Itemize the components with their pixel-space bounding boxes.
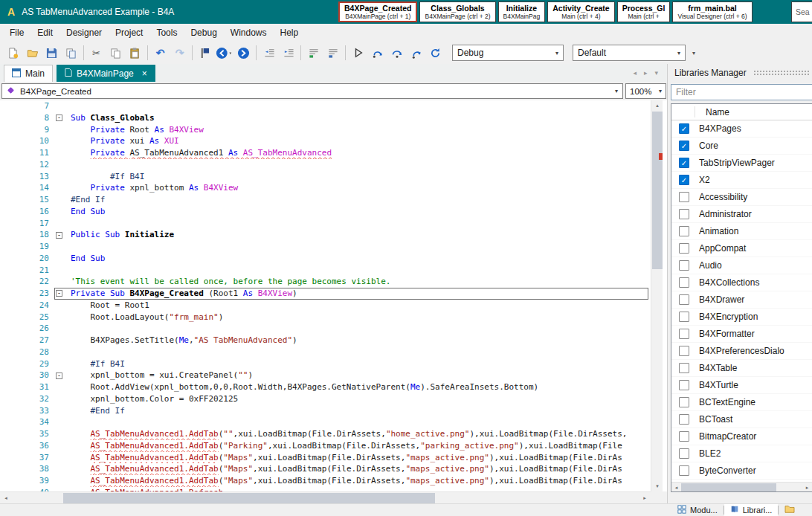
scroll-down-icon[interactable]: ▾ — [651, 481, 663, 491]
library-checkbox[interactable] — [679, 243, 689, 254]
library-row[interactable]: BCTextEngine — [671, 394, 812, 411]
library-checkbox[interactable] — [679, 294, 689, 305]
step-into-icon[interactable] — [368, 44, 387, 62]
library-row[interactable]: B4XCollections — [671, 274, 812, 291]
library-checkbox[interactable] — [679, 226, 689, 236]
undo-icon[interactable]: ↶ — [151, 44, 170, 62]
library-horizontal-scrollbar[interactable]: ◂ ▸ — [671, 482, 812, 491]
horizontal-scroll-thumb[interactable] — [63, 493, 435, 503]
library-row[interactable]: Animation — [671, 223, 812, 240]
library-row[interactable]: B4XPreferencesDialo — [671, 343, 812, 360]
menu-file[interactable]: File — [3, 25, 30, 41]
editor-horizontal-scrollbar[interactable]: ◂ ▸ — [0, 491, 651, 503]
library-checkbox[interactable] — [679, 363, 689, 373]
code-editor[interactable]: 78-Sub Class_Globals9 Private Root As B4… — [0, 100, 667, 491]
library-row[interactable]: BitmapCreator — [671, 428, 812, 445]
library-checkbox[interactable] — [679, 329, 689, 339]
panel-drag-grip[interactable] — [753, 70, 811, 77]
library-row[interactable]: ByteConverter — [671, 462, 812, 480]
error-marker[interactable] — [659, 153, 663, 160]
scroll-left-icon[interactable]: ◂ — [671, 483, 681, 492]
cut-icon[interactable]: ✂ — [87, 44, 106, 62]
code-line[interactable]: 39 AS_TabMenuAdvanced1.AddTab("Maps",xui… — [0, 475, 651, 487]
code-line[interactable]: 23-Private Sub B4XPage_Created (Root1 As… — [0, 288, 651, 300]
code-line[interactable]: 9 Private Root As B4XView — [0, 124, 651, 136]
menu-debug[interactable]: Debug — [184, 25, 223, 41]
scroll-left-icon[interactable]: ◂ — [0, 493, 12, 503]
code-line[interactable]: 29 #If B4I — [0, 358, 651, 370]
library-checkbox[interactable] — [679, 192, 689, 202]
code-line[interactable]: 31 Root.AddView(xpnl_bottom,0,0,Root.Wid… — [0, 381, 651, 393]
close-tab-icon[interactable]: × — [142, 69, 147, 78]
library-checkbox[interactable] — [679, 414, 689, 425]
library-row[interactable]: Administrator — [671, 206, 812, 223]
code-line[interactable]: 36 AS_TabMenuAdvanced1.AddTab("Parking",… — [0, 440, 651, 452]
navigate-back-icon[interactable] — [215, 44, 233, 62]
column-header-name[interactable]: Name — [671, 104, 812, 120]
library-checkbox[interactable] — [679, 277, 689, 288]
fold-marker[interactable]: - — [54, 112, 65, 124]
code-line[interactable]: 22'This event will be called once, befor… — [0, 276, 651, 288]
code-line[interactable]: 13 #If B4I — [0, 171, 651, 183]
zoom-dropdown[interactable]: 100% ▾ — [625, 83, 666, 99]
library-row[interactable]: B4XEncryption — [671, 309, 812, 326]
fold-marker[interactable]: - — [54, 370, 65, 381]
uncomment-icon[interactable] — [323, 44, 342, 62]
paste-icon[interactable] — [126, 44, 144, 62]
quick-tab-activity_create[interactable]: Activity_CreateMain (ctrl + 4) — [547, 1, 614, 22]
library-row[interactable]: B4XDrawer — [671, 291, 812, 309]
library-row[interactable]: AppCompat — [671, 240, 812, 257]
quick-tab-process_gl[interactable]: Process_GlMain (ctrl + — [617, 1, 671, 22]
bookmark-icon[interactable] — [196, 44, 214, 62]
code-line[interactable]: 20End Sub — [0, 253, 651, 265]
menu-edit[interactable]: Edit — [30, 25, 59, 41]
menu-designer[interactable]: Designer — [59, 25, 109, 41]
menu-help[interactable]: Help — [274, 25, 306, 41]
code-line[interactable]: 14 Private xpnl_bottom As B4XView — [0, 182, 651, 194]
tab-modules[interactable]: Modu... — [671, 504, 724, 516]
fold-marker[interactable]: - — [54, 288, 65, 300]
open-project-icon[interactable] — [23, 44, 42, 62]
code-line[interactable]: 10 Private xui As XUI — [0, 135, 651, 147]
quick-search-box[interactable]: Sea — [791, 1, 812, 22]
menu-tools[interactable]: Tools — [149, 25, 184, 41]
code-line[interactable]: 8-Sub Class_Globals — [0, 112, 651, 124]
library-row[interactable]: ✓X2 — [671, 172, 812, 189]
tab-files[interactable] — [779, 504, 801, 516]
library-row[interactable]: ✓TabStripViewPager — [671, 155, 812, 172]
code-line[interactable]: 18-Public Sub Initialize — [0, 229, 651, 241]
code-line[interactable]: 25 Root.LoadLayout("frm_main") — [0, 312, 651, 323]
library-row[interactable]: BLE2 — [671, 445, 812, 462]
menu-project[interactable]: Project — [109, 25, 149, 41]
scroll-tabs-right-icon[interactable]: ▸ — [644, 69, 648, 77]
editor-vertical-scrollbar[interactable]: ▴ ▾ — [651, 100, 663, 491]
scroll-tabs-left-icon[interactable]: ◂ — [633, 69, 637, 77]
scroll-up-icon[interactable]: ▴ — [651, 100, 663, 111]
outdent-icon[interactable] — [260, 44, 278, 62]
library-checkbox[interactable]: ✓ — [679, 158, 689, 168]
tab-b4xmainpage[interactable]: B4XMainPage × — [57, 65, 155, 82]
library-row[interactable]: Audio — [671, 257, 812, 274]
code-line[interactable]: 15#End If — [0, 194, 651, 206]
library-row[interactable]: BCToast — [671, 411, 812, 428]
code-line[interactable]: 28 — [0, 346, 651, 358]
library-checkbox[interactable] — [679, 260, 689, 271]
fold-marker[interactable]: - — [54, 229, 65, 241]
library-checkbox[interactable] — [679, 209, 689, 219]
build-config-dropdown[interactable]: Default ▾ — [573, 45, 686, 61]
code-line[interactable]: 19 — [0, 241, 651, 253]
library-row[interactable]: B4XTurtle — [671, 377, 812, 394]
code-line[interactable]: 38 AS_TabMenuAdvanced1.AddTab("Maps",xui… — [0, 463, 651, 475]
code-line[interactable]: 35 AS_TabMenuAdvanced1.AddTab("",xui.Loa… — [0, 428, 651, 440]
code-line[interactable]: 11 Private AS_TabMenuAdvanced1 As AS_Tab… — [0, 147, 651, 159]
code-line[interactable]: 26 — [0, 323, 651, 335]
navigate-forward-icon[interactable] — [234, 44, 253, 62]
run-icon[interactable] — [349, 44, 367, 62]
toolbar-overflow-button[interactable]: ▾ — [692, 50, 695, 57]
library-row[interactable]: B4XFormatter — [671, 326, 812, 343]
code-line[interactable]: 16End Sub — [0, 206, 651, 218]
comment-icon[interactable] — [304, 44, 323, 62]
library-checkbox[interactable] — [679, 465, 689, 476]
tab-main[interactable]: Main — [4, 65, 53, 82]
code-line[interactable]: 21 — [0, 265, 651, 277]
